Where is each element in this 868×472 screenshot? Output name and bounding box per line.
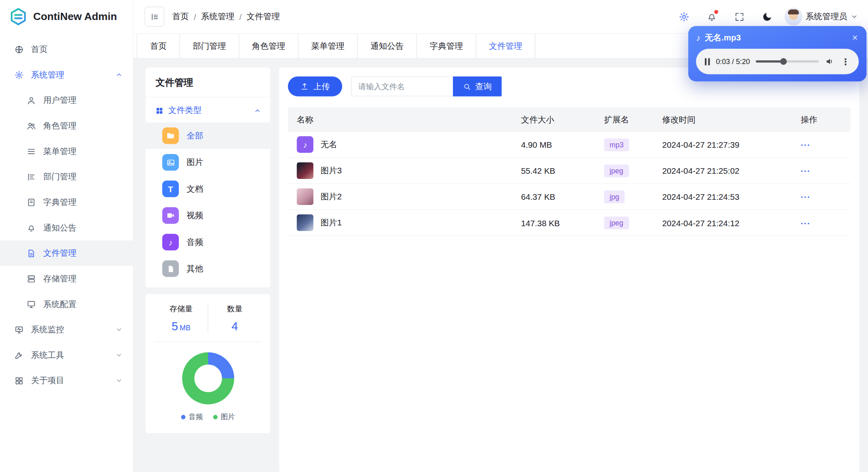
row-actions-button[interactable]: ··· bbox=[801, 166, 811, 175]
speaker-icon bbox=[825, 56, 835, 66]
volume-button[interactable] bbox=[825, 56, 835, 66]
search-input[interactable] bbox=[351, 76, 453, 96]
breadcrumb: 首页 / 系统管理 / 文件管理 bbox=[172, 11, 280, 22]
logo-row[interactable]: ContiNew Admin bbox=[0, 0, 133, 33]
search-group: 查询 bbox=[351, 76, 501, 96]
sidebar-item-label: 系统管理 bbox=[31, 70, 108, 80]
row-actions-button[interactable]: ··· bbox=[801, 218, 811, 227]
sidebar-item-storage[interactable]: 存储管理 bbox=[0, 266, 133, 291]
sidebar-item-home[interactable]: 首页 bbox=[0, 36, 133, 62]
storage-unit: MB bbox=[180, 323, 190, 332]
users-icon bbox=[26, 121, 36, 131]
tab-roles[interactable]: 角色管理 bbox=[239, 34, 299, 58]
file-type-audio[interactable]: ♪ 音频 bbox=[146, 229, 270, 255]
sidebar-item-roles[interactable]: 角色管理 bbox=[0, 113, 133, 139]
sidebar-item-users[interactable]: 用户管理 bbox=[0, 88, 133, 113]
sidebar-item-notices[interactable]: 通知公告 bbox=[0, 215, 133, 241]
file-type-column: 文件管理 文件类型 全部 bbox=[146, 68, 270, 472]
sidebar-collapse-button[interactable] bbox=[144, 7, 164, 27]
tab-departments[interactable]: 部门管理 bbox=[180, 34, 239, 58]
tab-dictionary[interactable]: 字典管理 bbox=[417, 34, 476, 58]
fullscreen-button[interactable] bbox=[729, 7, 749, 27]
server-icon bbox=[26, 274, 36, 283]
tab-home[interactable]: 首页 bbox=[137, 34, 180, 58]
pause-button[interactable] bbox=[705, 58, 710, 65]
breadcrumb-separator: / bbox=[239, 12, 242, 22]
file-thumbnail bbox=[297, 188, 314, 205]
settings-button[interactable] bbox=[674, 7, 694, 27]
sidebar-item-menus[interactable]: 菜单管理 bbox=[0, 139, 133, 164]
sidebar-item-label: 菜单管理 bbox=[43, 146, 76, 157]
audio-controls: 0:03 / 5:20 ⋮ bbox=[696, 49, 859, 74]
file-type-label: 音频 bbox=[186, 237, 203, 247]
grid-icon bbox=[156, 106, 163, 114]
bell-icon bbox=[26, 223, 36, 233]
seek-slider[interactable] bbox=[756, 60, 819, 63]
file-type-document[interactable]: T 文档 bbox=[146, 176, 270, 202]
table-row[interactable]: ♪ 无名 4.90 MB mp3 2024-04-27 21:27:39 ··· bbox=[288, 132, 850, 158]
file-type-image[interactable]: 图片 bbox=[146, 149, 270, 175]
avatar bbox=[785, 8, 802, 25]
breadcrumb-item[interactable]: 系统管理 bbox=[201, 11, 234, 22]
file-type-video[interactable]: 视频 bbox=[146, 202, 270, 229]
chart-legend: 音频 图片 bbox=[154, 412, 261, 422]
sidebar-item-about[interactable]: 关于项目 bbox=[0, 368, 133, 394]
row-actions-button[interactable]: ··· bbox=[801, 140, 811, 149]
dark-mode-button[interactable] bbox=[757, 7, 777, 27]
chevron-down-icon bbox=[850, 13, 858, 20]
table-header-row: 名称 文件大小 扩展名 修改时间 操作 bbox=[288, 107, 850, 132]
sidebar-item-config[interactable]: 系统配置 bbox=[0, 291, 133, 317]
upload-button[interactable]: 上传 bbox=[288, 76, 342, 96]
file-type-all[interactable]: 全部 bbox=[146, 123, 270, 149]
file-time: 2024-04-27 21:24:12 bbox=[662, 218, 801, 227]
sidebar-item-label: 部门管理 bbox=[43, 171, 76, 182]
book-icon bbox=[26, 197, 36, 207]
tab-menus[interactable]: 菜单管理 bbox=[299, 34, 358, 58]
tab-files[interactable]: 文件管理 bbox=[476, 34, 535, 58]
table-row[interactable]: 图片1 147.38 KB jpeg 2024-04-27 21:24:12 ·… bbox=[288, 210, 850, 236]
donut-chart bbox=[182, 352, 234, 404]
close-icon[interactable]: × bbox=[851, 32, 859, 44]
tab-notices[interactable]: 通知公告 bbox=[358, 34, 417, 58]
file-name: 无名 bbox=[321, 139, 337, 150]
sidebar-item-system[interactable]: 系统管理 bbox=[0, 62, 133, 88]
file-type-other[interactable]: 其他 bbox=[146, 255, 270, 282]
file-icon bbox=[162, 260, 179, 277]
upload-icon bbox=[300, 82, 309, 91]
row-actions-button[interactable]: ··· bbox=[801, 192, 811, 201]
sidebar-item-departments[interactable]: 部门管理 bbox=[0, 164, 133, 190]
sidebar-item-label: 用户管理 bbox=[43, 95, 76, 105]
audio-time: 0:03 / 5:20 bbox=[716, 57, 750, 66]
ext-tag: mp3 bbox=[604, 138, 629, 151]
sidebar-item-label: 字典管理 bbox=[43, 197, 76, 207]
query-button[interactable]: 查询 bbox=[453, 76, 502, 96]
user-menu[interactable]: 系统管理员 bbox=[785, 8, 858, 25]
file-type-group-label: 文件类型 bbox=[168, 105, 249, 116]
file-name: 图片3 bbox=[321, 165, 342, 176]
sidebar-item-files[interactable]: 文件管理 bbox=[0, 240, 133, 266]
file-size: 64.37 KB bbox=[521, 192, 604, 201]
table-row[interactable]: 图片2 64.37 KB jpg 2024-04-27 21:24:53 ··· bbox=[288, 184, 850, 210]
text-doc-icon: T bbox=[162, 181, 179, 197]
gear-icon bbox=[679, 11, 689, 22]
breadcrumb-separator: / bbox=[194, 12, 196, 22]
user-name: 系统管理员 bbox=[806, 11, 847, 22]
sidebar-item-tools[interactable]: 系统工具 bbox=[0, 342, 133, 368]
file-time: 2024-04-27 21:27:39 bbox=[662, 140, 801, 149]
kebab-menu-icon[interactable]: ⋮ bbox=[841, 56, 850, 66]
app-title: ContiNew Admin bbox=[33, 10, 117, 22]
column-header-ext: 扩展名 bbox=[604, 114, 662, 125]
count-label: 数量 bbox=[208, 304, 261, 314]
monitor-icon bbox=[26, 299, 36, 309]
table-row[interactable]: 图片3 55.42 KB jpeg 2024-04-27 21:25:02 ··… bbox=[288, 158, 850, 184]
sidebar-item-label: 关于项目 bbox=[31, 375, 108, 386]
breadcrumb-item[interactable]: 首页 bbox=[172, 11, 189, 22]
file-type-group[interactable]: 文件类型 bbox=[146, 98, 270, 123]
sidebar-item-monitoring[interactable]: 系统监控 bbox=[0, 317, 133, 342]
notifications-button[interactable] bbox=[702, 7, 722, 27]
seek-slider-thumb[interactable] bbox=[780, 58, 787, 65]
legend-item-image: 图片 bbox=[213, 412, 235, 422]
collapse-icon bbox=[150, 12, 159, 22]
app-logo-icon bbox=[9, 7, 28, 26]
sidebar-item-dictionary[interactable]: 字典管理 bbox=[0, 189, 133, 215]
